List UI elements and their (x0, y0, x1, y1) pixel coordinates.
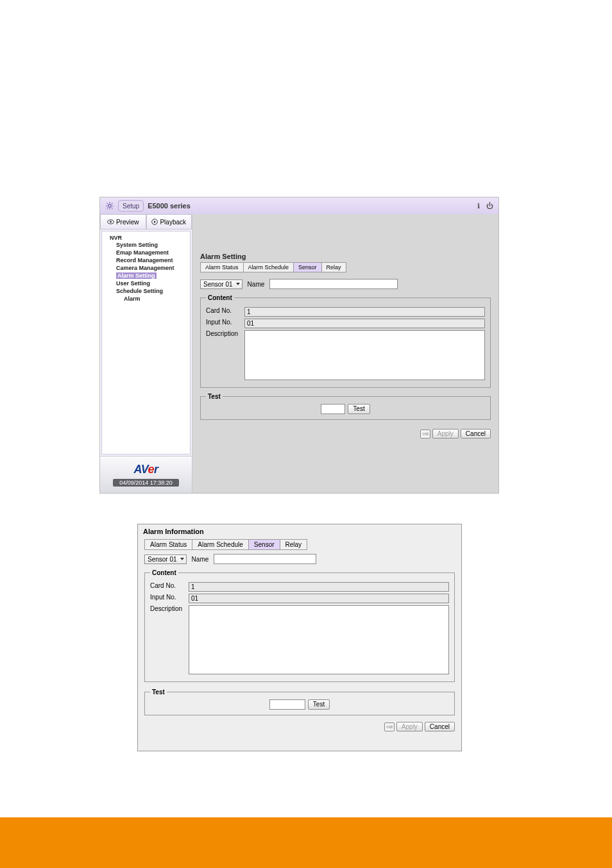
name-input[interactable] (269, 279, 398, 289)
input-no-value: 01 (189, 594, 449, 603)
tab-relay[interactable]: Relay (322, 262, 346, 272)
tab-sensor[interactable]: Sensor (294, 262, 322, 272)
name-input[interactable] (214, 554, 316, 564)
panel-title: Alarm Setting (200, 253, 491, 260)
content-fieldset: Content Card No. 1 Input No. 01 Descript… (200, 294, 491, 388)
cancel-button[interactable]: Cancel (425, 722, 455, 731)
svg-point-10 (110, 221, 112, 223)
tree-item[interactable]: User Setting (116, 280, 189, 287)
info-icon[interactable]: ℹ (477, 202, 480, 210)
sensor-select[interactable]: Sensor 01 (144, 555, 187, 564)
card-no-value: 1 (244, 307, 485, 317)
tab-bar: Alarm StatusAlarm ScheduleSensorRelay (144, 539, 455, 550)
svg-point-0 (108, 204, 112, 208)
setup-label: Setup (118, 200, 144, 212)
svg-marker-12 (154, 221, 156, 223)
sensor-select[interactable]: Sensor 01 (200, 280, 242, 289)
left-panel: Preview Playback NVR System SettingEmap … (100, 214, 192, 493)
tab-playback-label: Playback (160, 219, 186, 226)
tree-item[interactable]: Alarm Setting (116, 272, 189, 280)
name-label: Name (192, 556, 209, 563)
tab-relay[interactable]: Relay (280, 539, 308, 550)
tab-preview-label: Preview (116, 219, 139, 226)
tree-item[interactable]: System Setting (116, 241, 189, 249)
svg-line-8 (112, 203, 112, 204)
content-fieldset: Content Card No. 1 Input No. 01 Descript… (144, 569, 455, 682)
test-button[interactable]: Test (348, 404, 370, 414)
tab-alarm-schedule[interactable]: Alarm Schedule (192, 539, 249, 550)
test-input[interactable] (269, 699, 305, 710)
test-input[interactable] (321, 404, 345, 414)
test-fieldset: Test Test (144, 689, 455, 715)
gear-icon (105, 201, 114, 210)
cancel-button[interactable]: Cancel (461, 429, 491, 438)
tab-bar: Alarm StatusAlarm ScheduleSensorRelay (200, 262, 491, 272)
tab-sensor[interactable]: Sensor (249, 539, 280, 550)
tree-item[interactable]: Emap Management (116, 249, 189, 256)
timestamp: 04/09/2014 17:38:20 (113, 479, 179, 487)
svg-point-17 (387, 726, 389, 728)
default-button[interactable] (420, 430, 430, 438)
screenshot-alarm-information: Alarm Information Alarm StatusAlarm Sche… (137, 524, 462, 751)
window-titlebar: Setup E5000 series ℹ ⏻ (100, 197, 498, 214)
panel-title: Alarm Information (138, 524, 461, 535)
tab-alarm-status[interactable]: Alarm Status (200, 262, 244, 272)
power-icon[interactable]: ⏻ (486, 202, 493, 210)
description-label: Description (150, 605, 185, 612)
content-panel: Alarm Setting Alarm StatusAlarm Schedule… (192, 214, 498, 493)
brand-area: AVer 04/09/2014 17:38:20 (100, 456, 192, 493)
tab-playback[interactable]: Playback (146, 214, 192, 230)
page-footer (0, 817, 612, 868)
tree-item[interactable]: Alarm (116, 295, 189, 303)
description-input[interactable] (244, 330, 485, 380)
series-label: E5000 series (148, 202, 191, 210)
card-no-label: Card No. (206, 307, 241, 314)
apply-button[interactable]: Apply (396, 722, 423, 731)
svg-point-13 (423, 433, 425, 435)
input-no-label: Input No. (150, 594, 185, 601)
svg-line-5 (107, 203, 108, 204)
tab-alarm-status[interactable]: Alarm Status (144, 539, 192, 550)
test-button[interactable]: Test (308, 699, 330, 710)
eye-icon (107, 219, 114, 224)
card-no-label: Card No. (150, 582, 185, 589)
screenshot-app-window: Setup E5000 series ℹ ⏻ Preview Playback (99, 197, 499, 494)
playback-icon (151, 219, 158, 225)
content-legend: Content (206, 294, 234, 301)
description-label: Description (206, 330, 241, 337)
aver-logo: AVer (133, 463, 158, 476)
input-no-value: 01 (244, 319, 485, 328)
test-legend: Test (206, 393, 223, 400)
tree-root[interactable]: NVR (110, 235, 122, 241)
name-label: Name (248, 281, 265, 288)
test-fieldset: Test Test (200, 393, 491, 420)
default-button[interactable] (384, 722, 395, 731)
tree-item[interactable]: Schedule Setting (116, 287, 189, 295)
card-no-value: 1 (189, 582, 449, 592)
tab-preview[interactable]: Preview (100, 214, 146, 230)
input-no-label: Input No. (206, 319, 241, 326)
test-legend: Test (150, 689, 167, 696)
description-input[interactable] (189, 605, 449, 674)
content-legend: Content (150, 569, 178, 576)
tab-alarm-schedule[interactable]: Alarm Schedule (244, 262, 294, 272)
tree-item[interactable]: Camera Management (116, 264, 189, 272)
tree-item[interactable]: Record Management (116, 256, 189, 264)
svg-line-6 (112, 208, 112, 208)
svg-line-7 (107, 208, 108, 208)
apply-button[interactable]: Apply (432, 429, 459, 438)
nav-tree[interactable]: NVR System SettingEmap ManagementRecord … (101, 231, 191, 455)
